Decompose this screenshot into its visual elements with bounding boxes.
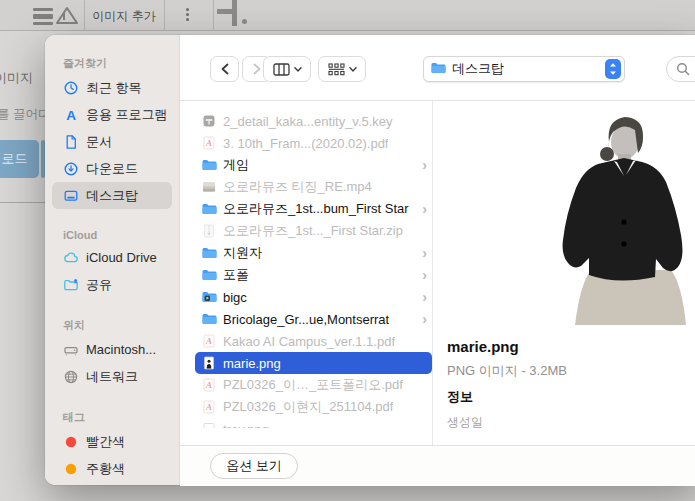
preview-file-meta: PNG 이미지 - 3.2MB [447, 362, 567, 380]
finder-content: 데스크탑 2_detail_kaka...entity_v.5.keyA3. 1… [180, 35, 695, 485]
divider [213, 0, 214, 30]
sidebar-item-label: Macintosh... [86, 342, 156, 357]
columns-icon [273, 63, 290, 76]
search-field[interactable] [666, 56, 695, 82]
file-name: 포폴 [223, 266, 249, 284]
chevron-right-icon: › [422, 154, 427, 176]
file-row[interactable]: 오로라뮤즈 티징_RE.mp4 [195, 176, 432, 198]
sidebar-item-label: 빨간색 [86, 433, 125, 451]
file-row[interactable]: AKakao AI Campus_ver.1.1.pdf [195, 330, 432, 352]
add-image-button[interactable]: 이미지 추가 [84, 0, 164, 30]
upload-button[interactable]: 로드 [0, 140, 39, 178]
file-name: 오로라뮤즈 티징_RE.mp4 [223, 178, 372, 196]
keynote-file-icon [201, 113, 217, 129]
sidebar-item-documents[interactable]: 문서 [45, 128, 179, 155]
document-icon [63, 134, 79, 150]
sidebar-item-desktop[interactable]: 데스크탑 [52, 182, 172, 209]
file-row[interactable]: bigc› [195, 286, 432, 308]
sidebar-item-downloads[interactable]: 다운로드 [45, 155, 179, 182]
sidebar-item-label: 문서 [86, 133, 112, 151]
clipped-heading-fragment [217, 0, 251, 28]
file-row[interactable]: Bricolage_Gr...ue,Montserrat› [195, 308, 432, 330]
sidebar-item-network[interactable]: 네트워크 [45, 363, 179, 390]
warning-triangle-icon[interactable] [55, 6, 79, 29]
file-row[interactable]: A3. 10th_Fram...(2020.02).pdf [195, 132, 432, 154]
preview-info-heading: 정보 [447, 388, 473, 406]
pdf-file-icon: A [201, 377, 217, 393]
pdf-file-icon: A [201, 333, 217, 349]
sidebar-section-title: 태그 [63, 410, 179, 425]
sidebar-item-applications[interactable]: A응용 프로그램 [45, 101, 179, 128]
file-name: trev.png [223, 422, 269, 429]
search-icon [676, 62, 690, 76]
folder-icon [201, 245, 217, 261]
sidebar-item-label: 네트워크 [86, 368, 138, 386]
sidebar-section-title: 즐겨찾기 [63, 56, 179, 71]
file-row[interactable]: 포폴› [195, 264, 432, 286]
file-row[interactable]: APZL0326_이…_포트폴리오.pdf [195, 374, 432, 396]
divider [180, 100, 695, 101]
file-name: 2_detail_kaka...entity_v.5.key [223, 114, 393, 129]
dialog-footer: 옵션 보기 [180, 445, 695, 486]
clipped-background-text: 이미지 [0, 69, 33, 87]
shared-folder-icon [63, 277, 79, 293]
svg-text:A: A [205, 380, 212, 390]
stepper-icon[interactable] [605, 59, 621, 79]
sidebar-section-title: 위치 [63, 318, 179, 333]
sidebar-item-icloud-drive[interactable]: iCloud Drive [45, 244, 179, 271]
applications-icon: A [63, 107, 79, 123]
image-file-icon [201, 421, 217, 428]
chevron-right-icon: › [422, 198, 427, 220]
sidebar-item-shared[interactable]: 공유 [45, 271, 179, 298]
divider [164, 0, 165, 30]
sidebar-item-label: 주황색 [86, 460, 125, 478]
back-button[interactable] [210, 56, 239, 82]
sidebar-item-label: 공유 [86, 276, 112, 294]
more-options-icon[interactable] [186, 8, 190, 23]
chevron-down-icon [294, 67, 302, 72]
show-options-button[interactable]: 옵션 보기 [210, 453, 298, 479]
file-name: Bricolage_Gr...ue,Montserrat [223, 312, 389, 327]
chevron-right-icon: › [422, 308, 427, 330]
background-toolbar: 이미지 추가 [0, 0, 695, 31]
svg-text:A: A [66, 107, 76, 122]
pdf-file-icon: A [201, 399, 217, 415]
file-name: PZL0326_이…_포트폴리오.pdf [223, 376, 403, 394]
file-name: Kakao AI Campus_ver.1.1.pdf [223, 334, 395, 349]
file-list: 2_detail_kaka...entity_v.5.keyA3. 10th_F… [195, 106, 432, 428]
sidebar-item-tag-orange[interactable]: 주황색 [45, 455, 179, 482]
hard-drive-icon [63, 342, 79, 358]
finder-sidebar: 즐겨찾기최근 항목A응용 프로그램문서다운로드데스크탑iCloudiCloud … [45, 35, 180, 485]
file-row[interactable]: marie.png [195, 352, 432, 374]
svg-text:A: A [205, 402, 212, 412]
sidebar-item-label: 다운로드 [86, 160, 138, 178]
icloud-icon [63, 250, 79, 266]
svg-text:A: A [205, 138, 212, 148]
file-name: 오로라뮤즈_1st..._First Star.zip [223, 222, 403, 240]
column-view-button[interactable] [263, 56, 311, 82]
file-name: 오로라뮤즈_1st...bum_First Star [223, 200, 409, 218]
file-row[interactable]: trev.png [195, 418, 432, 428]
file-row[interactable]: 지원자› [195, 242, 432, 264]
file-row[interactable]: 오로라뮤즈_1st...bum_First Star› [195, 198, 432, 220]
file-row[interactable]: APZL0326_이현지_251104.pdf [195, 396, 432, 418]
file-row[interactable]: 2_detail_kaka...entity_v.5.key [195, 110, 432, 132]
location-dropdown[interactable]: 데스크탑 [423, 56, 625, 82]
group-view-button[interactable] [318, 56, 366, 82]
file-name: 지원자 [223, 244, 262, 262]
svg-text:A: A [205, 336, 212, 346]
chevron-right-icon: › [422, 242, 427, 264]
desktop-icon [63, 188, 79, 204]
file-row[interactable]: 게임› [195, 154, 432, 176]
sidebar-item-tag-red[interactable]: 빨간색 [45, 428, 179, 455]
sidebar-item-tag-yellow[interactable]: 노란색 [45, 482, 179, 485]
file-row[interactable]: 오로라뮤즈_1st..._First Star.zip [195, 220, 432, 242]
file-name: 3. 10th_Fram...(2020.02).pdf [223, 136, 388, 151]
chevron-right-icon: › [422, 264, 427, 286]
folder-icon [201, 311, 217, 327]
sidebar-item-recent[interactable]: 최근 항목 [45, 74, 179, 101]
sidebar-item-macintosh[interactable]: Macintosh... [45, 336, 179, 363]
sidebar-item-label: 응용 프로그램 [86, 106, 168, 124]
clipped-background-text: 를 끌어다 [0, 106, 50, 123]
menu-icon[interactable] [33, 8, 53, 28]
